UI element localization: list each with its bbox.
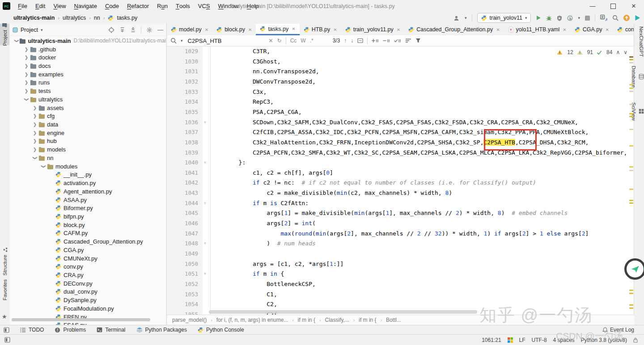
code-line-1038[interactable]: 1038 C3k2_HaloAttention,C3k2_FRFN,Incept…	[167, 138, 634, 148]
minimize-button[interactable]: —	[582, 0, 603, 12]
tree-item-dual_conv.py[interactable]: dual_conv.py	[10, 288, 166, 296]
run-button[interactable]	[536, 15, 541, 21]
code-line-1039[interactable]: 1039 C2PSA_PCFN,C3k2_SMFA,C3k2_WT,C3k2_S…	[167, 148, 634, 158]
chevron-down-icon[interactable]: ▾	[41, 28, 43, 32]
tree-item-ASAA.py[interactable]: ASAA.py	[10, 196, 166, 204]
tree-chevron-icon[interactable]: ❯	[23, 88, 30, 93]
menu-tools[interactable]: Tools	[172, 0, 194, 12]
tab-CGA.py[interactable]: CGA.py✕	[571, 24, 613, 35]
tree-chevron-icon[interactable]: ❯	[31, 147, 38, 152]
menu-view[interactable]: View	[49, 0, 70, 12]
file-encoding[interactable]: UTF-8	[532, 337, 547, 343]
tree-item-data[interactable]: ❯data	[10, 120, 166, 129]
code-breadcrumb-item[interactable]: Classify,...	[325, 317, 349, 323]
tool-button-favorites[interactable]: Favorites	[0, 279, 10, 300]
tree-item-hub[interactable]: ❯hub	[10, 137, 166, 146]
tree-item-examples[interactable]: ❯examples	[10, 70, 166, 79]
user-dropdown-icon[interactable]: ▾	[465, 16, 467, 20]
tool-button-sciview[interactable]: SciView	[634, 102, 644, 121]
tree-chevron-icon[interactable]: ❯	[31, 139, 38, 143]
tab-yolo11_HTB.yaml[interactable]: Yyolo11_HTB.yaml✕	[504, 24, 571, 35]
fold-marker-icon[interactable]: ▿	[203, 269, 207, 279]
close-icon[interactable]: ✕	[205, 27, 208, 32]
fold-marker-icon[interactable]: ▿	[203, 198, 207, 209]
code-line-1044[interactable]: 1044▿ if m is C2fAttn:	[167, 198, 634, 209]
tree-item-conv.py[interactable]: conv.py	[10, 262, 166, 271]
menu-navigate[interactable]: Navigate	[70, 0, 101, 12]
tree-chevron-icon[interactable]: ❯	[23, 80, 30, 85]
tab-Cascaded_Group_Attention.py[interactable]: Cascaded_Group_Attention.py✕	[404, 24, 504, 35]
filter-funnel-icon[interactable]	[415, 38, 421, 43]
tree-chevron-icon[interactable]: ❯	[33, 154, 38, 161]
tree-chevron-icon[interactable]: ❯	[31, 114, 38, 118]
tool-button-database[interactable]: Database	[634, 66, 644, 88]
tree-chevron-icon[interactable]: ❯	[31, 105, 38, 110]
close-icon[interactable]: ✕	[605, 27, 609, 32]
tree-item-tests[interactable]: ❯tests	[10, 87, 166, 95]
expand-all-icon[interactable]	[119, 27, 125, 33]
tree-item-DEConv.py[interactable]: DEConv.py	[10, 279, 166, 288]
tree-chevron-icon[interactable]: ❯	[23, 55, 30, 60]
filter-lines-icon[interactable]	[405, 38, 411, 43]
breadcrumb-item[interactable]: ultralytics	[63, 15, 86, 21]
code-line-1041[interactable]: 1041 c1, c2 = ch[f], args[0]	[167, 168, 634, 178]
search-history-icon[interactable]: ↻	[277, 38, 282, 44]
close-icon[interactable]: ✕	[333, 27, 337, 32]
code-line-1043[interactable]: 1043 c2 = make_divisible(min(c2, max_cha…	[167, 188, 634, 198]
debug-button[interactable]	[546, 15, 552, 21]
inspections-widget[interactable]: 12 91 84 ∧ ∨	[555, 48, 629, 56]
breadcrumb-item[interactable]: nn	[94, 15, 100, 21]
menu-vcs[interactable]: VCS	[194, 0, 214, 12]
tree-item-modules[interactable]: ❯modules	[10, 162, 166, 171]
close-icon[interactable]: ✕	[397, 27, 400, 32]
menu-edit[interactable]: Edit	[31, 0, 49, 12]
code-line-1051[interactable]: 1051▿ if m in {	[167, 269, 634, 279]
tree-item-.github[interactable]: ❯.github	[10, 45, 166, 54]
tab-block.py[interactable]: block.py✕	[212, 24, 256, 35]
code-breadcrumb-item[interactable]: for i, (f, n, m, args) in enume...	[216, 317, 288, 323]
words-toggle[interactable]: W	[301, 38, 305, 44]
code-breadcrumb-item[interactable]: parse_model()	[172, 317, 207, 323]
tree-item-docs[interactable]: ❯docs	[10, 62, 166, 70]
code-breadcrumb-item[interactable]: if m in {	[359, 317, 376, 323]
code-line-1031[interactable]: 1031 nn.ConvTranspose2d,	[167, 67, 634, 77]
code-line-1030[interactable]: 1030 C3Ghost,	[167, 57, 634, 67]
translate-icon[interactable]: A	[600, 15, 607, 21]
event-log-button[interactable]: Event Log	[602, 327, 634, 333]
run-config-selector[interactable]: train_yolov11 ▾	[477, 13, 531, 23]
code-breadcrumb-item[interactable]: Bottl...	[386, 317, 401, 323]
breadcrumb-item[interactable]: ultralytics-main	[13, 15, 55, 21]
tool-button-python-packages[interactable]: Python Packages	[136, 327, 187, 333]
tree-item-CGA.py[interactable]: CGA.py	[10, 246, 166, 254]
tree-item-engine[interactable]: ❯engine	[10, 129, 166, 137]
code-line-1050[interactable]: 1050 args = [c1, c2, *args[1:]]	[167, 259, 634, 269]
code-line-1054[interactable]: 1054 C2,	[167, 299, 634, 310]
tab-model.py[interactable]: model.py✕	[167, 24, 212, 35]
tree-item-ultralytics-main[interactable]: ❯ultralytics-mainD:\bilibili\model\YOLO1…	[10, 37, 166, 45]
caret-position[interactable]: 1061:21	[482, 337, 501, 343]
code-line-1045[interactable]: 1045 args[1] = make_divisible(min(args[1…	[167, 208, 634, 219]
code-line-1032[interactable]: 1032 DWConvTranspose2d,	[167, 77, 634, 87]
previous-match-button[interactable]: ↑	[344, 38, 347, 44]
plugin-run-icon[interactable]	[635, 15, 640, 21]
indent-setting[interactable]: 4 spaces	[553, 337, 575, 343]
clear-search-icon[interactable]: ✕	[269, 38, 273, 44]
tab-tasks.py[interactable]: tasks.py✕	[256, 24, 299, 35]
breadcrumb-item[interactable]: tasks.py	[117, 15, 137, 21]
tree-chevron-icon[interactable]: ❯	[31, 130, 38, 135]
regex-toggle[interactable]: .*	[310, 38, 314, 44]
code-line-1037[interactable]: 1037 C2fCIB,C2PSA_ASSA,C3k2_IDC,C3k2_PCF…	[167, 127, 634, 138]
prev-problem-button[interactable]: ∧	[616, 49, 620, 55]
tool-button-structure[interactable]: Structure	[0, 247, 10, 276]
remove-occurrence-icon[interactable]	[383, 38, 390, 43]
tab-train_yolov11.py[interactable]: train_yolov11.py✕	[341, 24, 405, 35]
code-line-1049[interactable]: 1049	[167, 249, 634, 259]
tree-item-DySanple.py[interactable]: DySanple.py	[10, 296, 166, 304]
tree-item-CMUNeXt.py[interactable]: CMUNeXt.py	[10, 254, 166, 263]
interpreter[interactable]: Python 3.8 (yolov8)	[581, 337, 627, 343]
tree-item-activation.py[interactable]: activation.py	[10, 179, 166, 187]
search-input[interactable]	[187, 37, 265, 45]
tree-chevron-icon[interactable]: ❯	[31, 122, 38, 127]
fold-marker-icon[interactable]: ▿	[203, 118, 207, 128]
editor-horizontal-scrollbar[interactable]	[209, 310, 477, 314]
